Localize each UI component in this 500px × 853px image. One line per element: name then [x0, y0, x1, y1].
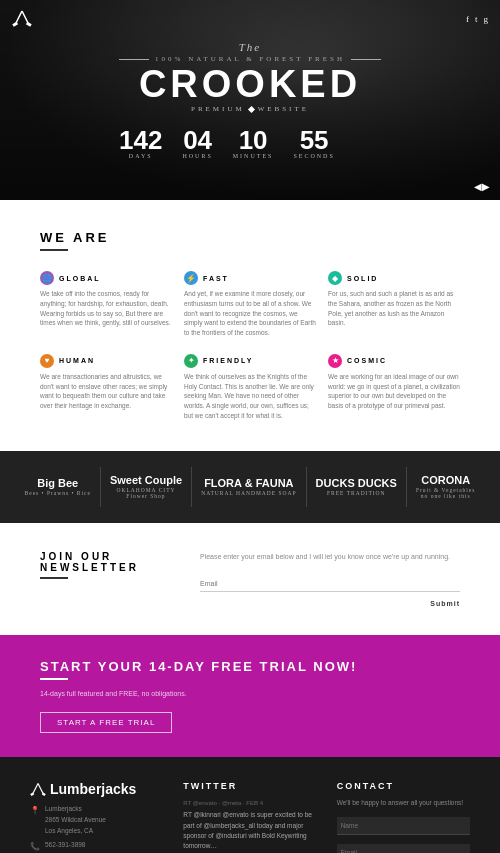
feature-text: We take off into the cosmos, ready for a…	[40, 289, 172, 328]
feature-item: ★ COSMIC We are working for an ideal ima…	[328, 354, 460, 421]
volume-button[interactable]: ◀▶	[474, 181, 490, 192]
brand-name: FLORA & FAUNA	[201, 477, 296, 489]
site-logo	[12, 8, 32, 30]
cta-section: START YOUR 14-DAY FREE TRIAL NOW! 14-day…	[0, 635, 500, 757]
feature-title: COSMIC	[347, 357, 387, 364]
minutes-number: 10	[233, 127, 274, 153]
cta-description: 14-days full featured and FREE, no oblig…	[40, 690, 460, 697]
feature-title: FAST	[203, 275, 229, 282]
brand-extra: no one like this	[416, 493, 475, 499]
brand-item: DUCKS DUCKS FREE TRADITION	[316, 477, 397, 495]
twitter-link[interactable]: t	[475, 14, 478, 24]
minutes-label: Minutes	[233, 153, 274, 159]
footer-section: Lumberjacks 📍 Lumberjacks 2865 Wildcat A…	[0, 757, 500, 853]
contact-description: We'll be happy to answer all your questi…	[337, 799, 470, 806]
brand-extra: Flower Shop	[110, 493, 182, 499]
hero-premium: PREMIUM WEBSITE	[119, 105, 381, 113]
feature-text: We are working for an ideal image of our…	[328, 372, 460, 411]
contact-heading: CONTACT	[337, 781, 470, 791]
brand-separator	[406, 467, 407, 507]
instagram-link[interactable]: g	[484, 14, 489, 24]
newsletter-left: JOIN OUR NEWSLETTER	[40, 551, 180, 599]
feature-icon-row: ◆ SOLID	[328, 271, 460, 285]
brand-separator	[191, 467, 192, 507]
address-company: 📍 Lumberjacks 2865 Wildcat Avenue Los An…	[30, 803, 163, 836]
brand-sub: OKLAHOMA CITY	[110, 487, 182, 493]
hours-label: Hours	[182, 153, 212, 159]
contact-email-input[interactable]	[337, 844, 470, 853]
cta-trial-button[interactable]: Start a free trial	[40, 712, 172, 733]
hero-content: The 100% NATURAL & FOREST FRESH CROOKED …	[119, 41, 381, 159]
newsletter-email-input[interactable]	[200, 576, 460, 592]
svg-rect-2	[12, 22, 18, 27]
hero-the: The	[119, 41, 381, 53]
hero-title: CROOKED	[119, 65, 381, 103]
svg-rect-3	[26, 22, 32, 27]
contact-name-input[interactable]	[337, 817, 470, 835]
tweet-meta: RT @envato ∙ @meta ∙ FEB 4	[183, 799, 316, 809]
feature-icon: ⚡	[184, 271, 198, 285]
brand-sub: Bees • Prawns • Rice	[25, 490, 91, 496]
feature-item: ◆ SOLID For us, such and such a planet i…	[328, 271, 460, 338]
feature-text: We think of ourselves as the Knights of …	[184, 372, 316, 421]
brands-section: Big Bee Bees • Prawns • Rice Sweet Coupl…	[0, 451, 500, 523]
feature-title: FRIENDLY	[203, 357, 253, 364]
brand-item: FLORA & FAUNA NATURAL HANDMADE SOAP	[201, 477, 296, 495]
phone-icon: 📞	[30, 840, 40, 853]
address-phone1: 📞 562-391-3898	[30, 839, 163, 853]
brand-separator	[100, 467, 101, 507]
feature-icon: ✦	[184, 354, 198, 368]
hero-section: f t g The 100% NATURAL & FOREST FRESH CR…	[0, 0, 500, 200]
countdown-minutes: 10 Minutes	[233, 127, 274, 159]
feature-text: We are transactionaries and altruistics,…	[40, 372, 172, 411]
footer-contact: CONTACT We'll be happy to answer all you…	[337, 781, 470, 853]
brand-name: Big Bee	[25, 477, 91, 489]
brand-name: Sweet Couple	[110, 474, 182, 486]
countdown-days: 142 Days	[119, 127, 162, 159]
newsletter-description: Please enter your email below and I will…	[200, 551, 460, 562]
newsletter-heading: JOIN OUR NEWSLETTER	[40, 551, 180, 573]
brand-sub: NATURAL HANDMADE SOAP	[201, 490, 296, 496]
tweet-item: RT @envato ∙ @meta ∙ FEB 4 RT @lkinnari …	[183, 799, 316, 853]
cta-underline	[40, 678, 68, 680]
top-navigation: f t g	[0, 8, 500, 30]
facebook-link[interactable]: f	[466, 14, 469, 24]
diamond-icon	[248, 105, 255, 112]
countdown-seconds: 55 Seconds	[293, 127, 334, 159]
feature-icon-row: ★ COSMIC	[328, 354, 460, 368]
feature-item: ♥ HUMAN We are transactionaries and altr…	[40, 354, 172, 421]
hero-tagline: 100% NATURAL & FOREST FRESH	[119, 55, 381, 63]
countdown-hours: 04 Hours	[182, 127, 212, 159]
brand-item: CORONA Fruit & Vegetables no one like th…	[416, 474, 475, 498]
location-icon: 📍	[30, 804, 40, 818]
footer-logo-address: Lumberjacks 📍 Lumberjacks 2865 Wildcat A…	[30, 781, 163, 853]
feature-icon-row: ✦ FRIENDLY	[184, 354, 316, 368]
brand-name: DUCKS DUCKS	[316, 477, 397, 489]
brand-separator	[306, 467, 307, 507]
brand-item: Sweet Couple OKLAHOMA CITY Flower Shop	[110, 474, 182, 498]
feature-title: HUMAN	[59, 357, 95, 364]
feature-text: For us, such and such a planet is as ari…	[328, 289, 460, 328]
seconds-label: Seconds	[293, 153, 334, 159]
feature-item: 🌐 GLOBAL We take off into the cosmos, re…	[40, 271, 172, 338]
newsletter-section: JOIN OUR NEWSLETTER Please enter your em…	[0, 523, 500, 635]
twitter-heading: TWITTER	[183, 781, 316, 791]
days-number: 142	[119, 127, 162, 153]
feature-icon: 🌐	[40, 271, 54, 285]
newsletter-right: Please enter your email below and I will…	[200, 551, 460, 607]
feature-title: GLOBAL	[59, 275, 101, 282]
feature-icon: ◆	[328, 271, 342, 285]
footer-address: 📍 Lumberjacks 2865 Wildcat Avenue Los An…	[30, 803, 163, 853]
tweets-list: RT @envato ∙ @meta ∙ FEB 4 RT @lkinnari …	[183, 799, 316, 853]
social-links[interactable]: f t g	[466, 14, 488, 24]
footer-twitter: TWITTER RT @envato ∙ @meta ∙ FEB 4 RT @l…	[183, 781, 316, 853]
feature-icon-row: 🌐 GLOBAL	[40, 271, 172, 285]
features-grid: 🌐 GLOBAL We take off into the cosmos, re…	[40, 271, 460, 421]
newsletter-underline	[40, 577, 68, 579]
newsletter-submit-button[interactable]: Submit	[430, 600, 460, 607]
feature-icon-row: ♥ HUMAN	[40, 354, 172, 368]
seconds-number: 55	[293, 127, 334, 153]
countdown-timer: 142 Days 04 Hours 10 Minutes 55 Seconds	[119, 127, 381, 159]
we-are-section: WE ARE 🌐 GLOBAL We take off into the cos…	[0, 200, 500, 451]
brand-sub: Fruit & Vegetables	[416, 487, 475, 493]
